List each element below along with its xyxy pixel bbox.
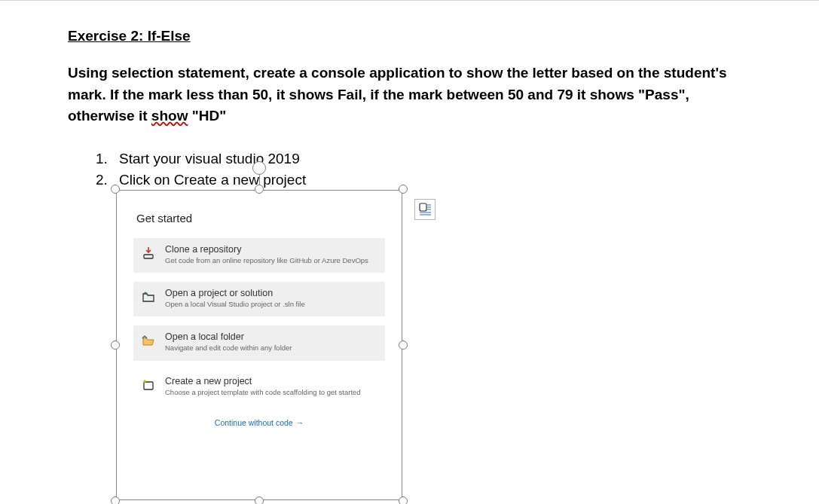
document-page: Exercise 2: If-Else Using selection stat… bbox=[0, 5, 819, 504]
spellcheck-word[interactable]: show bbox=[151, 108, 188, 124]
top-divider bbox=[0, 0, 819, 1]
open-project-title: Open a project or solution bbox=[165, 288, 377, 298]
svg-rect-6 bbox=[144, 382, 153, 389]
resize-handle-ml[interactable] bbox=[111, 341, 120, 350]
open-project-tile[interactable]: Open a project or solution Open a local … bbox=[133, 282, 385, 316]
svg-rect-5 bbox=[144, 255, 153, 258]
step-item-2: Click on Create a new project bbox=[112, 170, 751, 191]
embedded-screenshot: Get started Clone a repository Get code … bbox=[116, 190, 402, 500]
step-item-1: Start your visual studio 2019 bbox=[112, 148, 751, 170]
desc-part2: "HD" bbox=[188, 108, 226, 124]
resize-handle-mr[interactable] bbox=[399, 341, 408, 350]
continue-link-text: Continue without code bbox=[215, 418, 293, 427]
new-project-icon bbox=[141, 377, 156, 393]
exercise-description: Using selection statement, create a cons… bbox=[68, 63, 751, 127]
create-project-title: Create a new project bbox=[165, 376, 377, 386]
open-solution-icon bbox=[141, 289, 156, 304]
resize-handle-br[interactable] bbox=[399, 496, 408, 505]
rotate-handle[interactable] bbox=[252, 161, 266, 175]
open-project-sub: Open a local Visual Studio project or .s… bbox=[165, 300, 377, 309]
clone-repository-tile[interactable]: Clone a repository Get code from an onli… bbox=[133, 238, 385, 273]
continue-without-code-link[interactable]: Continue without code→ bbox=[133, 418, 385, 427]
arrow-right-icon: → bbox=[296, 418, 304, 427]
get-started-heading: Get started bbox=[136, 212, 385, 225]
clone-repository-sub: Get code from an online repository like … bbox=[165, 256, 377, 265]
steps-list: Start your visual studio 2019 Click on C… bbox=[95, 148, 751, 191]
open-folder-tile[interactable]: Open a local folder Navigate and edit co… bbox=[133, 325, 385, 360]
open-folder-icon bbox=[141, 333, 156, 348]
open-folder-title: Open a local folder bbox=[165, 331, 377, 342]
resize-handle-bl[interactable] bbox=[111, 496, 120, 505]
open-folder-sub: Navigate and edit code within any folder bbox=[165, 344, 377, 353]
resize-handle-tr[interactable] bbox=[399, 185, 408, 194]
get-started-list: Clone a repository Get code from an onli… bbox=[133, 238, 385, 427]
resize-handle-tl[interactable] bbox=[111, 185, 120, 194]
exercise-title: Exercise 2: If-Else bbox=[68, 28, 751, 44]
create-project-sub: Choose a project template with code scaf… bbox=[165, 388, 377, 397]
layout-options-button[interactable] bbox=[414, 199, 435, 220]
resize-handle-tm[interactable] bbox=[255, 185, 264, 194]
create-project-tile[interactable]: Create a new project Choose a project te… bbox=[133, 370, 385, 405]
clone-repository-title: Clone a repository bbox=[165, 244, 377, 255]
selected-image-container[interactable]: Get started Clone a repository Get code … bbox=[116, 190, 402, 500]
layout-options-icon bbox=[418, 203, 432, 216]
download-icon bbox=[141, 246, 156, 261]
resize-handle-bm[interactable] bbox=[255, 496, 264, 505]
